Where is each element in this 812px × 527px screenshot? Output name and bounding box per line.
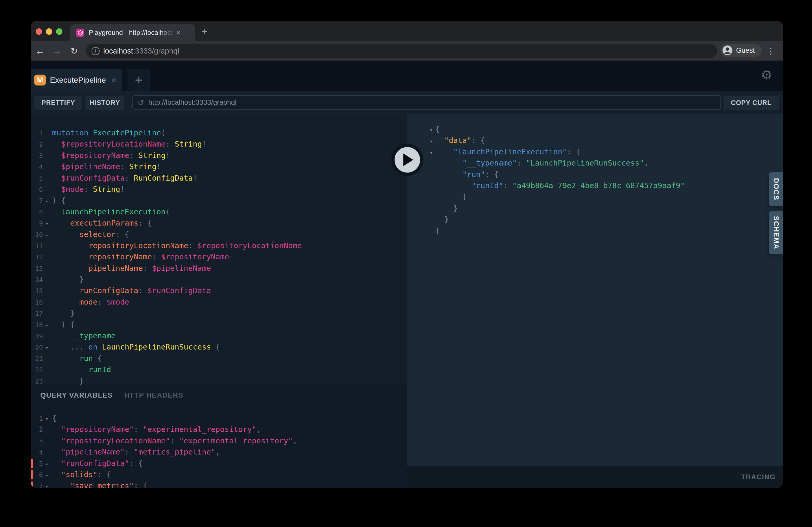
line-number: 6 (31, 184, 43, 195)
settings-gear-icon[interactable]: ⚙ (761, 68, 772, 81)
code-line[interactable]: } (407, 191, 783, 202)
tab-query-variables[interactable]: QUERY VARIABLES (40, 391, 113, 400)
zoom-window-button[interactable] (56, 28, 62, 35)
code-line[interactable]: 10▾ selector: { (31, 229, 407, 240)
code-line[interactable]: 7▾) { (31, 195, 407, 206)
url-host: localhost (103, 47, 133, 55)
code-line[interactable]: 21 run { (31, 353, 407, 364)
variables-editor[interactable]: 1▾{2 "repositoryName": "experimental_rep… (31, 413, 407, 488)
back-icon[interactable]: ← (34, 41, 46, 61)
reload-icon[interactable]: ↻ (68, 41, 80, 61)
fold-arrow-icon[interactable]: ▾ (43, 218, 51, 229)
code-line[interactable]: 11 repositoryLocationName: $repositoryLo… (31, 240, 407, 251)
fold-arrow-icon[interactable]: ▾ (43, 196, 51, 207)
browser-tab[interactable]: Playground - http://localhost:33 × (70, 24, 195, 41)
code-line[interactable]: 2 "repositoryName": "experimental_reposi… (31, 424, 407, 435)
endpoint-input[interactable]: ↺ http://localhost:3333/graphql (132, 95, 721, 110)
new-tab-button[interactable]: + (202, 27, 207, 36)
code-line[interactable]: 5 $runConfigData: RunConfigData! (31, 172, 407, 184)
code-line[interactable]: 14 } (31, 274, 407, 285)
minimize-window-button[interactable] (46, 28, 52, 35)
code-line[interactable]: 18▾ ) { (31, 319, 407, 330)
code-line[interactable]: 3 $repositoryName: String! (31, 150, 407, 161)
endpoint-reload-icon[interactable]: ↺ (137, 98, 144, 107)
fold-arrow-icon[interactable]: ▾ (427, 136, 435, 147)
code-text: launchPipelineExecution( (52, 207, 170, 216)
code-line[interactable]: 7▾ "save_metrics": { (31, 480, 407, 488)
code-line[interactable]: 19 __typename (31, 330, 407, 342)
line-number: 16 (31, 297, 43, 308)
code-line[interactable]: 2 $repositoryLocationName: String! (31, 138, 407, 150)
session-tab-executepipeline[interactable]: M ExecutePipeline × (31, 69, 122, 91)
code-line[interactable]: 4 $pipelineName: String! (31, 161, 407, 172)
docs-side-tab[interactable]: DOCS (769, 172, 783, 206)
code-line[interactable]: 5▾ "runConfigData": { (31, 458, 407, 469)
fold-arrow-icon[interactable]: ▾ (427, 147, 435, 158)
code-text: repositoryLocationName: $repositoryLocat… (52, 241, 302, 250)
session-tab-title: ExecutePipeline (50, 76, 106, 85)
browser-window: Playground - http://localhost:33 × + ← →… (31, 21, 783, 488)
code-line[interactable]: } (407, 203, 783, 214)
code-line[interactable]: 6▾ "solids": { (31, 469, 407, 480)
execute-button[interactable] (391, 144, 423, 176)
browser-tabstrip: Playground - http://localhost:33 × + (31, 21, 783, 41)
code-line[interactable]: 4 "pipelineName": "metrics_pipeline", (31, 447, 407, 457)
fold-arrow-icon[interactable]: ▾ (43, 470, 51, 481)
site-info-icon[interactable]: i (91, 47, 100, 55)
fold-arrow-icon[interactable]: ▾ (43, 413, 51, 425)
mutation-badge: M (34, 75, 46, 86)
code-text: pipelineName: $pipelineName (52, 264, 211, 273)
tab-http-headers[interactable]: HTTP HEADERS (124, 391, 184, 400)
line-number: 15 (31, 285, 43, 297)
code-line[interactable]: 8 launchPipelineExecution( (31, 206, 407, 217)
code-line[interactable]: "run": { (407, 169, 783, 180)
fold-arrow-icon[interactable]: ▾ (43, 230, 51, 241)
code-line[interactable]: ▾ "launchPipelineExecution": { (407, 146, 783, 157)
code-line[interactable]: "__typename": "LaunchPipelineRunSuccess"… (407, 157, 783, 169)
code-line[interactable]: 13 pipelineName: $pipelineName (31, 263, 407, 274)
new-session-tab-button[interactable]: + (128, 69, 150, 91)
tab-close-icon[interactable]: × (176, 29, 181, 36)
code-text: "data": { (435, 136, 485, 145)
code-line[interactable]: 1mutation ExecutePipeline( (31, 127, 407, 138)
browser-menu-icon[interactable]: ⋮ (767, 41, 775, 61)
schema-side-tab[interactable]: SCHEMA (769, 211, 783, 254)
fold-arrow-icon[interactable]: ▾ (43, 481, 51, 488)
code-line[interactable]: 15 runConfigData: $runConfigData (31, 285, 407, 296)
line-number: 10 (31, 229, 43, 240)
query-editor[interactable]: 1mutation ExecutePipeline(2 $repositoryL… (31, 114, 407, 385)
tracing-label: TRACING (741, 473, 775, 481)
fold-arrow-icon[interactable]: ▾ (43, 320, 51, 331)
code-line[interactable]: 9▾ executionParams: { (31, 217, 407, 229)
line-number: 22 (31, 364, 43, 376)
code-line[interactable]: ▾ "data": { (407, 135, 783, 146)
fold-arrow-icon[interactable]: ▾ (427, 124, 435, 136)
close-window-button[interactable] (35, 28, 42, 35)
code-text: } (435, 215, 449, 224)
tracing-panel[interactable]: TRACING (407, 466, 783, 488)
fold-arrow-icon[interactable]: ▾ (43, 459, 51, 470)
session-tab-close-icon[interactable]: × (111, 76, 116, 85)
code-line[interactable]: 23 } (31, 376, 407, 385)
prettify-button[interactable]: PRETTIFY (34, 96, 82, 110)
fold-arrow-icon[interactable]: ▾ (43, 342, 51, 353)
code-line[interactable]: } (407, 225, 783, 237)
address-bar[interactable]: i localhost:3333/graphql (86, 44, 717, 58)
code-line[interactable]: 16 mode: $mode (31, 297, 407, 308)
play-icon (403, 154, 413, 166)
code-line[interactable]: ▾{ (407, 124, 783, 135)
code-line[interactable]: 22 runId (31, 364, 407, 375)
profile-button[interactable]: Guest (721, 44, 762, 57)
error-marker (31, 482, 33, 488)
code-line[interactable]: 20▾ ... on LaunchPipelineRunSuccess { (31, 342, 407, 352)
history-button[interactable]: HISTORY (85, 96, 124, 110)
code-line[interactable]: 6 $mode: String! (31, 184, 407, 195)
code-line[interactable]: 17 } (31, 308, 407, 319)
code-line[interactable]: "runId": "a49b864a-79e2-4be8-b78c-687457… (407, 180, 783, 191)
copy-curl-button[interactable]: COPY CURL (724, 96, 779, 110)
code-line[interactable]: 3 "repositoryLocationName": "experimenta… (31, 435, 407, 447)
code-line[interactable]: 12 repositoryName: $repositoryName (31, 251, 407, 262)
code-line[interactable]: 1▾{ (31, 413, 407, 424)
code-line[interactable]: } (407, 214, 783, 225)
code-text: executionParams: { (52, 219, 152, 227)
